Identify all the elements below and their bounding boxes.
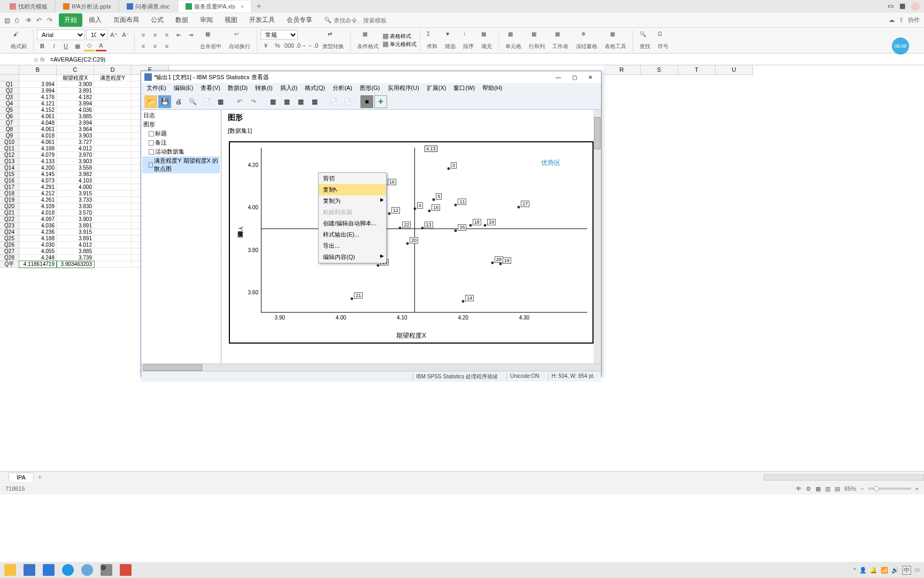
row-header[interactable]: Q25: [0, 235, 19, 242]
merge-center-button[interactable]: ▦合并居中: [197, 30, 225, 51]
spss-select-icon[interactable]: ▦: [308, 95, 321, 108]
find-button[interactable]: 🔍查找: [636, 30, 653, 51]
italic-icon[interactable]: I: [49, 41, 59, 51]
spss-insert1-icon[interactable]: 📄: [327, 95, 340, 108]
context-menu-item[interactable]: 创建/编辑自动脚本...: [319, 218, 386, 229]
cell[interactable]: [94, 242, 132, 248]
cell[interactable]: 3.903463203: [57, 261, 94, 268]
taskbar-mail-icon[interactable]: [43, 564, 55, 576]
cell[interactable]: 4.061: [19, 126, 57, 133]
spss-menu-item[interactable]: 查看(V): [197, 83, 224, 94]
cell[interactable]: 3.994: [57, 101, 94, 107]
row-header[interactable]: Q18: [0, 191, 19, 197]
spss-outline-tree[interactable]: 日志图形标题备注活动数据集满意程度Y 期望程度X 的散点图: [141, 110, 221, 363]
cell[interactable]: [94, 255, 132, 261]
menu-tab-7[interactable]: 开发工具: [244, 13, 280, 27]
cell[interactable]: 4.133: [19, 158, 57, 165]
cell[interactable]: [94, 235, 132, 242]
spss-menu-item[interactable]: 编辑(E): [171, 83, 197, 94]
cell[interactable]: 4.188: [19, 235, 57, 242]
type-convert-button[interactable]: ⇄类型转换: [319, 30, 347, 51]
menu-tab-4[interactable]: 数据: [170, 13, 194, 27]
spss-menu-item[interactable]: 扩展(X): [424, 83, 450, 94]
percent-icon[interactable]: %: [272, 40, 283, 51]
align-center-icon[interactable]: ≡: [150, 41, 160, 51]
spss-preview-icon[interactable]: 🔍: [186, 95, 199, 108]
row-header[interactable]: Q23: [0, 223, 19, 229]
bold-icon[interactable]: B: [37, 41, 48, 51]
cond-format-button[interactable]: ▦条件格式: [354, 30, 382, 51]
cell[interactable]: [19, 75, 57, 81]
cell[interactable]: 4.097: [19, 216, 57, 223]
cell[interactable]: [94, 223, 132, 229]
cell[interactable]: 4.061: [19, 139, 57, 146]
tab-add-button[interactable]: +: [252, 2, 265, 11]
cell[interactable]: 3.994: [57, 120, 94, 126]
cell[interactable]: 3.915: [57, 191, 94, 197]
cell[interactable]: 4.073: [19, 178, 57, 184]
sum-button[interactable]: Σ求和: [424, 30, 441, 51]
cell[interactable]: 4.261: [19, 197, 57, 203]
cell[interactable]: 3.915: [57, 229, 94, 235]
spss-menu-item[interactable]: 格式(Q): [302, 83, 328, 94]
gear-icon[interactable]: ⚙: [806, 485, 811, 492]
spss-tree-scrollbar[interactable]: [141, 363, 601, 371]
cell[interactable]: 4.121: [19, 101, 57, 107]
cell[interactable]: 4.291: [19, 184, 57, 191]
spss-stop-icon[interactable]: ■: [360, 95, 373, 108]
row-header[interactable]: Q16: [0, 178, 19, 184]
cell[interactable]: 3.964: [57, 126, 94, 133]
spss-vars-icon[interactable]: ▦: [294, 95, 307, 108]
cell[interactable]: [94, 101, 132, 107]
tab-xls[interactable]: 服务质量IPA.xls×: [178, 1, 252, 12]
spss-menu-item[interactable]: 文件(E): [143, 83, 170, 94]
dec-dec-icon[interactable]: ←.0: [307, 40, 318, 51]
spss-output-pane[interactable]: 图形 [数据集1] ▶ 满意程度Y 期望程度X 4.13 优势区 3.603.8…: [221, 110, 601, 363]
spss-dialog-icon[interactable]: ▦: [214, 95, 227, 108]
spss-insert2-icon[interactable]: 📄: [341, 95, 354, 108]
context-menu-item[interactable]: 导出...: [319, 240, 386, 252]
spss-tree-item[interactable]: 标题: [142, 129, 220, 138]
align-bottom-icon[interactable]: ≡: [161, 29, 172, 40]
cell[interactable]: 4.176: [19, 94, 57, 101]
cell[interactable]: 4.048: [19, 120, 57, 126]
cell[interactable]: 4.200: [19, 165, 57, 171]
taskbar-wps-icon[interactable]: [120, 564, 132, 576]
spss-tree-item[interactable]: 日志: [142, 111, 220, 120]
row-header[interactable]: Q9: [0, 133, 19, 139]
cell[interactable]: [94, 158, 132, 165]
spss-tree-item[interactable]: 备注: [142, 138, 220, 147]
sort-button[interactable]: ↕排序: [460, 30, 477, 51]
spss-tree-item[interactable]: 图形: [142, 120, 220, 129]
cell[interactable]: [94, 261, 132, 268]
sheet-add-button[interactable]: +: [34, 474, 46, 481]
menu-tab-5[interactable]: 审阅: [195, 13, 218, 27]
cell[interactable]: [94, 210, 132, 216]
cell[interactable]: [94, 88, 132, 94]
number-format-select[interactable]: 常规: [260, 30, 298, 40]
tray-ime[interactable]: 中: [902, 566, 911, 575]
comma-icon[interactable]: 000: [284, 40, 295, 51]
tray-bell-icon[interactable]: 🔔: [870, 567, 877, 574]
cell[interactable]: [94, 203, 132, 210]
menu-tab-1[interactable]: 插入: [83, 13, 107, 27]
tray-wifi-icon[interactable]: 📶: [881, 567, 888, 574]
cell[interactable]: [94, 229, 132, 235]
spss-menu-item[interactable]: 分析(A): [329, 83, 356, 94]
border-icon[interactable]: ▦: [72, 41, 83, 51]
filter-button[interactable]: ▼筛选: [442, 30, 459, 51]
cell[interactable]: 4.152: [19, 107, 57, 113]
cell[interactable]: [94, 165, 132, 171]
row-header[interactable]: Q20: [0, 203, 19, 210]
tab-close-icon[interactable]: ×: [241, 3, 244, 10]
row-header[interactable]: Q平: [0, 261, 19, 268]
eye-icon[interactable]: 👁: [796, 485, 802, 492]
cell[interactable]: [94, 120, 132, 126]
cell[interactable]: 4.012: [57, 146, 94, 152]
spss-export-icon[interactable]: 📄: [200, 95, 213, 108]
taskbar-browser-icon[interactable]: [81, 564, 93, 576]
context-menu-item[interactable]: 复制为▶: [319, 195, 386, 207]
horizontal-scrollbar[interactable]: [764, 474, 924, 481]
taskbar-explorer-icon[interactable]: [4, 564, 16, 576]
underline-icon[interactable]: U: [60, 41, 71, 51]
